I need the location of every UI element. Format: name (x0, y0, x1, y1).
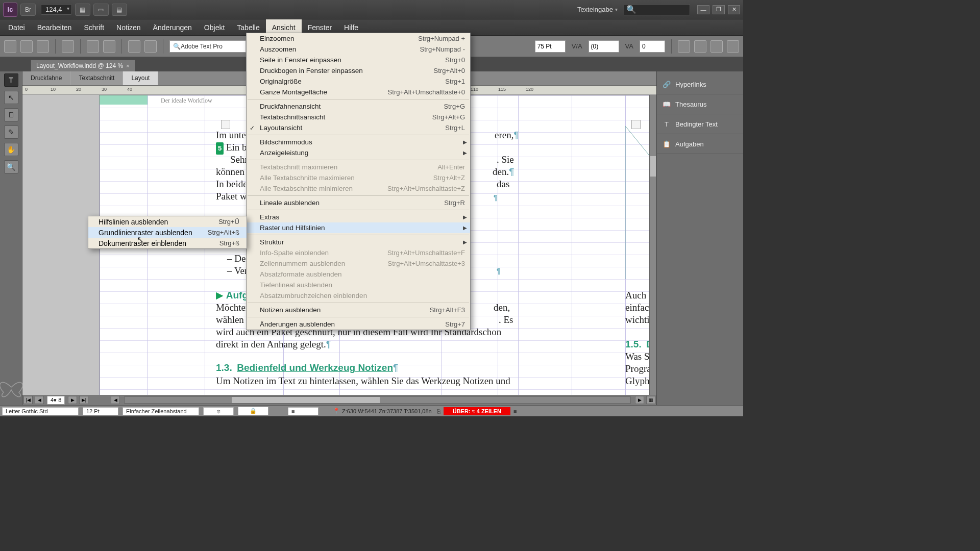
status-lock-icon[interactable]: 🔒 (238, 407, 268, 415)
prev-page-button[interactable]: ◀ (35, 396, 44, 404)
text-line[interactable]: Um Notizen im Text zu hinterlassen, wähl… (216, 375, 510, 387)
menuitem-notizen-ausblenden[interactable]: Notizen ausblendenStrg+Alt+F3 (247, 305, 470, 315)
menu-objekt[interactable]: Objekt (198, 19, 231, 35)
split-view-button[interactable]: ▦ (646, 396, 655, 404)
close-tab-icon[interactable]: × (126, 63, 129, 69)
menuitem-bildschirmmodus[interactable]: Bildschirmmodus▶ (247, 137, 470, 147)
submenuitem-hilfslinien-ausblenden[interactable]: Hilfslinien ausblendenStrg+Ü (88, 216, 247, 227)
status-align-icon[interactable]: ≡ (288, 407, 318, 415)
help-search-input[interactable]: 🔍 (624, 4, 690, 15)
page-number-field[interactable]: 4▾ 8 (47, 396, 65, 405)
workspace-label[interactable]: Texteingabe (577, 6, 613, 13)
menuitem-extras[interactable]: Extras▶ (247, 212, 470, 222)
next-page-button[interactable]: ▶ (68, 396, 77, 404)
new-icon[interactable] (4, 40, 16, 53)
text-line[interactable]: ¶ (497, 265, 501, 278)
menuitem-ganze-montagefläche[interactable]: Ganze MontageflächeStrg+Alt+Umschalttast… (247, 87, 470, 97)
text-line[interactable]: das (497, 178, 509, 190)
panel-aufgaben[interactable]: 📋Aufgaben (657, 134, 743, 154)
panel-hyperlinks[interactable]: 🔗Hyperlinks (657, 74, 743, 94)
last-page-button[interactable]: ▶| (79, 396, 88, 404)
menuitem-originalgröße[interactable]: OriginalgrößeStrg+1 (247, 76, 470, 87)
status-leading-field[interactable]: Einfacher Zeilenabstand (122, 407, 199, 415)
menuitem-raster-und-hilfslinien[interactable]: Raster und Hilfslinien▶ (247, 222, 470, 233)
hand-tool[interactable]: ✋ (4, 143, 18, 156)
menu-notizen[interactable]: Notizen (110, 19, 146, 35)
kerning-field[interactable]: (0) (589, 40, 619, 53)
paragraph-icon[interactable] (144, 40, 157, 53)
vertical-scrollbar[interactable] (649, 95, 656, 395)
menuitem-struktur[interactable]: Struktur▶ (247, 237, 470, 247)
menuitem-layoutansicht[interactable]: ✓LayoutansichtStrg+L (247, 122, 470, 133)
text-line[interactable]: den.¶ (493, 166, 514, 178)
font-family-field[interactable]: 🔍 Adobe Text Pro (169, 40, 246, 53)
panel-thesaurus[interactable]: 📖Thesaurus (657, 94, 743, 114)
menuitem-lineale-ausblenden[interactable]: Lineale ausblendenStrg+R (247, 197, 470, 208)
horizontal-scrollbar[interactable] (124, 396, 631, 404)
align-left-icon[interactable] (678, 40, 690, 53)
raster-hilfslinien-submenu[interactable]: Hilfslinien ausblendenStrg+ÜGrundlinienr… (88, 216, 247, 249)
view-options-button[interactable]: ▦ (75, 4, 90, 16)
zoom-tool[interactable]: 🔍 (4, 160, 18, 173)
font-size-field[interactable]: 75 Pt (535, 40, 566, 53)
scroll-left-button[interactable]: ◀ (111, 396, 120, 404)
status-font-field[interactable]: Letter Gothic Std (2, 407, 79, 415)
ansicht-menu[interactable]: EinzoomenStrg+Numpad +AuszoomenStrg+Nump… (246, 33, 471, 330)
menuitem-textabschnittsansicht[interactable]: TextabschnittsansichtStrg+Alt+G (247, 112, 470, 122)
close-button[interactable]: ✕ (728, 5, 740, 14)
menu-bearbeiten[interactable]: Bearbeiten (31, 19, 78, 35)
text-line[interactable]: . Sie (497, 154, 514, 166)
menuitem-druckbogen-in-fenster-einpassen[interactable]: Druckbogen in Fenster einpassenStrg+Alt+… (247, 65, 470, 76)
menuitem-änderungen-ausblenden[interactable]: Änderungen ausblendenStrg+7 (247, 319, 470, 330)
panel-bedingter-text[interactable]: TBedingter Text (657, 114, 743, 134)
note-tool[interactable]: 🗒 (4, 108, 18, 121)
menuitem-einzoomen[interactable]: EinzoomenStrg+Numpad + (247, 33, 470, 44)
view-tab-layout[interactable]: Layout (123, 71, 158, 85)
status-size-field[interactable]: 12 Pt (83, 407, 118, 415)
submenuitem-grundlinienraster-ausblenden[interactable]: Grundlinienraster ausblendenStrg+Alt+ß (88, 227, 247, 238)
screen-mode-button[interactable]: ▭ (93, 4, 109, 16)
status-cols-icon[interactable]: ⎅ (203, 407, 234, 415)
first-page-button[interactable]: |◀ (23, 396, 33, 404)
menu-änderungen[interactable]: Änderungen (147, 19, 198, 35)
maximize-button[interactable]: ❐ (713, 5, 725, 14)
scroll-right-button[interactable]: ▶ (635, 396, 644, 404)
eyedropper-tool[interactable]: ✎ (4, 126, 18, 139)
more-options-icon[interactable] (727, 40, 739, 53)
type-tool[interactable]: T (4, 73, 18, 87)
menuitem-anzeigeleistung[interactable]: Anzeigeleistung▶ (247, 147, 470, 158)
status-menu-icon[interactable]: ≡ (513, 408, 517, 414)
bridge-button[interactable]: Br (20, 4, 36, 16)
align-center-icon[interactable] (694, 40, 706, 53)
text-line[interactable]: eren,¶ (495, 129, 519, 141)
workspace-dropdown-icon[interactable]: ▾ (615, 7, 618, 12)
save-icon[interactable] (37, 40, 49, 53)
spellcheck-icon[interactable] (103, 40, 115, 53)
text-line[interactable]: 1.3. Bedienfeld und Werkzeug Notizen¶ (216, 362, 398, 374)
submenuitem-dokumentraster-einblenden[interactable]: Dokumentraster einblendenStrg+ß (88, 238, 247, 248)
align-right-icon[interactable] (710, 40, 723, 53)
zoom-level-field[interactable]: 124,4 (41, 4, 72, 15)
view-tab-textabschnitt[interactable]: Textabschnitt (70, 71, 123, 85)
open-icon[interactable] (20, 40, 33, 53)
menu-datei[interactable]: Datei (2, 19, 31, 35)
view-tab-druckfahne[interactable]: Druckfahne (22, 71, 70, 85)
note-anchor[interactable] (221, 120, 230, 129)
overset-warning[interactable]: ÜBER: ≈ 4 ZEILEN (444, 407, 510, 415)
document-tab[interactable]: Layout_Workflow.indd @ 124 % × (31, 60, 135, 71)
text-line[interactable]: den, (494, 302, 510, 314)
text-line[interactable]: ¶ (494, 191, 498, 204)
menuitem-seite-in-fenster-einpassen[interactable]: Seite in Fenster einpassenStrg+0 (247, 55, 470, 65)
print-icon[interactable] (62, 40, 74, 53)
find-icon[interactable] (87, 40, 99, 53)
text-line[interactable]: direkt in den Anhang gelegt.¶ (216, 338, 331, 350)
arrange-button[interactable]: ▤ (112, 4, 127, 16)
minimize-button[interactable]: — (697, 5, 709, 14)
menuitem-druckfahnenansicht[interactable]: DruckfahnenansichtStrg+G (247, 101, 470, 112)
tracking-field[interactable]: 0 (640, 40, 665, 53)
menuitem-auszoomen[interactable]: AuszoomenStrg+Numpad - (247, 44, 470, 55)
text-line[interactable]: . Es (499, 314, 513, 326)
position-tool[interactable]: ↖ (4, 91, 18, 104)
show-hidden-icon[interactable] (128, 40, 140, 53)
menu-schrift[interactable]: Schrift (78, 19, 110, 35)
